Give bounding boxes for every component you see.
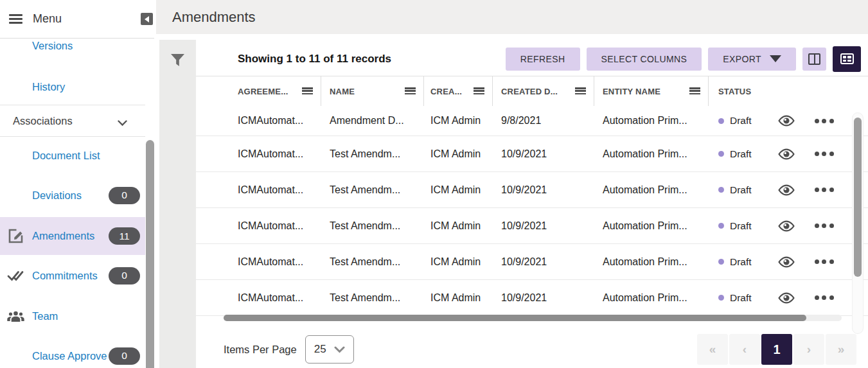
view-row-button[interactable] xyxy=(777,115,795,127)
horizontal-scrollbar[interactable] xyxy=(224,315,842,321)
table-footer: Items Per Page 25 « ‹ 1 › » xyxy=(224,331,856,368)
sidebar-item-history[interactable]: History xyxy=(0,78,145,96)
sidebar-item-team[interactable]: Team xyxy=(0,307,145,325)
table-row[interactable]: ICMAutomat... Test Amendm... ICM Admin 1… xyxy=(196,280,868,316)
column-header-entity-name[interactable]: ENTITY NAME xyxy=(594,76,709,106)
hamburger-icon[interactable] xyxy=(9,14,22,24)
ellipsis-icon xyxy=(815,223,819,228)
select-columns-button[interactable]: SELECT COLUMNS xyxy=(587,48,702,71)
columns-layout-button[interactable] xyxy=(802,48,826,71)
export-button[interactable]: EXPORT xyxy=(708,48,796,71)
last-page-button[interactable]: » xyxy=(826,334,856,365)
view-row-button[interactable] xyxy=(777,292,795,304)
sidebar-section-associations[interactable]: Associations xyxy=(0,105,145,136)
column-header-name[interactable]: NAME xyxy=(321,76,424,106)
column-header-status[interactable]: STATUS xyxy=(709,76,868,106)
table-row[interactable]: ICMAutomat... Test Amendm... ICM Admin 1… xyxy=(196,208,868,244)
grid-layout-icon xyxy=(840,53,854,64)
status-dot xyxy=(718,223,724,229)
status-cell: Draft xyxy=(709,256,868,268)
status-badge: Draft xyxy=(730,148,752,160)
edit-icon xyxy=(6,229,24,243)
status-dot xyxy=(718,295,724,301)
caret-down-icon xyxy=(770,55,781,62)
chevron-down-icon xyxy=(334,346,345,353)
status-badge: Draft xyxy=(730,256,752,268)
prev-page-button[interactable]: ‹ xyxy=(729,334,760,365)
sidebar: Menu Versions History Associations Docum… xyxy=(0,0,154,368)
vertical-scrollbar-thumb[interactable] xyxy=(854,118,862,277)
column-menu-icon[interactable] xyxy=(689,87,700,96)
items-per-page-label: Items Per Page xyxy=(224,344,297,356)
pagination: « ‹ 1 › » xyxy=(697,334,856,365)
column-header-created-date[interactable]: CREATED D... xyxy=(493,76,594,106)
eye-icon xyxy=(777,292,795,304)
app-window: Menu Versions History Associations Docum… xyxy=(0,0,868,368)
row-actions-button[interactable] xyxy=(815,295,834,300)
status-dot xyxy=(718,259,724,265)
column-header-created-by[interactable]: CREA... xyxy=(424,76,493,106)
column-menu-icon[interactable] xyxy=(474,87,484,96)
view-row-button[interactable] xyxy=(777,184,795,196)
row-actions-button[interactable] xyxy=(815,223,834,228)
sidebar-item-amendments[interactable]: Amendments 11 xyxy=(0,217,145,255)
view-row-button[interactable] xyxy=(777,256,795,268)
view-row-button[interactable] xyxy=(777,148,795,160)
sidebar-item-clause-approve[interactable]: Clause Approve 0 xyxy=(0,347,145,365)
sidebar-title: Menu xyxy=(33,12,62,26)
sidebar-item-document-list[interactable]: Document List xyxy=(0,146,145,164)
items-per-page-select[interactable]: 25 xyxy=(305,335,354,364)
table-row[interactable]: ICMAutomat... Test Amendm... ICM Admin 1… xyxy=(196,172,868,208)
page-title: Amendments xyxy=(172,9,256,26)
ellipsis-icon xyxy=(815,152,819,156)
sidebar-item-versions[interactable]: Versions xyxy=(0,37,145,55)
filter-rail xyxy=(159,40,196,368)
status-badge: Draft xyxy=(730,115,752,127)
page-header: Amendments xyxy=(156,0,868,34)
column-menu-icon[interactable] xyxy=(405,87,416,96)
column-header-agreement[interactable]: AGREEME... xyxy=(196,76,321,106)
status-dot xyxy=(718,118,724,124)
ellipsis-icon xyxy=(815,119,819,123)
collapse-icon xyxy=(145,16,149,22)
view-row-button[interactable] xyxy=(777,220,795,232)
grid-layout-button[interactable] xyxy=(833,46,861,72)
row-actions-button[interactable] xyxy=(815,119,834,123)
column-menu-icon[interactable] xyxy=(575,87,586,96)
row-actions-button[interactable] xyxy=(815,152,834,156)
table-row[interactable]: ICMAutomat... Amendment D... ICM Admin 9… xyxy=(196,106,868,136)
status-badge: Draft xyxy=(730,184,752,196)
status-badge: Draft xyxy=(730,292,752,304)
horizontal-scrollbar-thumb[interactable] xyxy=(224,315,806,321)
vertical-scrollbar[interactable] xyxy=(852,112,864,334)
commitments-count-badge: 0 xyxy=(109,267,140,285)
table-header: AGREEME... NAME CREA... CREATED D... ENT… xyxy=(196,76,868,106)
table-row[interactable]: ICMAutomat... Test Amendm... ICM Admin 1… xyxy=(196,244,868,280)
first-page-button[interactable]: « xyxy=(697,334,728,365)
filter-icon xyxy=(170,53,185,67)
column-menu-icon[interactable] xyxy=(302,87,313,96)
clause-approve-count-badge: 0 xyxy=(109,347,140,365)
sidebar-scrollbar[interactable] xyxy=(146,140,154,368)
row-actions-button[interactable] xyxy=(815,259,834,264)
records-summary: Showing 1 to 11 of 11 records xyxy=(238,53,391,66)
status-cell: Draft xyxy=(709,292,868,304)
divider xyxy=(0,136,145,137)
table-row[interactable]: ICMAutomat... Test Amendm... ICM Admin 1… xyxy=(196,136,868,172)
refresh-button[interactable]: REFRESH xyxy=(506,48,580,71)
eye-icon xyxy=(777,256,795,268)
table-body: ICMAutomat... Amendment D... ICM Admin 9… xyxy=(196,106,868,316)
status-dot xyxy=(718,151,724,157)
sidebar-item-commitments[interactable]: Commitments 0 xyxy=(0,267,145,285)
status-dot xyxy=(718,187,724,193)
eye-icon xyxy=(777,220,795,232)
eye-icon xyxy=(777,115,795,127)
double-check-icon xyxy=(6,270,24,282)
row-actions-button[interactable] xyxy=(815,188,834,192)
columns-layout-icon xyxy=(808,53,820,65)
sidebar-item-deviations[interactable]: Deviations 0 xyxy=(0,186,145,204)
filter-button[interactable] xyxy=(168,50,188,69)
next-page-button[interactable]: › xyxy=(793,334,824,365)
current-page-button[interactable]: 1 xyxy=(761,334,792,365)
sidebar-collapse-button[interactable] xyxy=(141,13,153,25)
